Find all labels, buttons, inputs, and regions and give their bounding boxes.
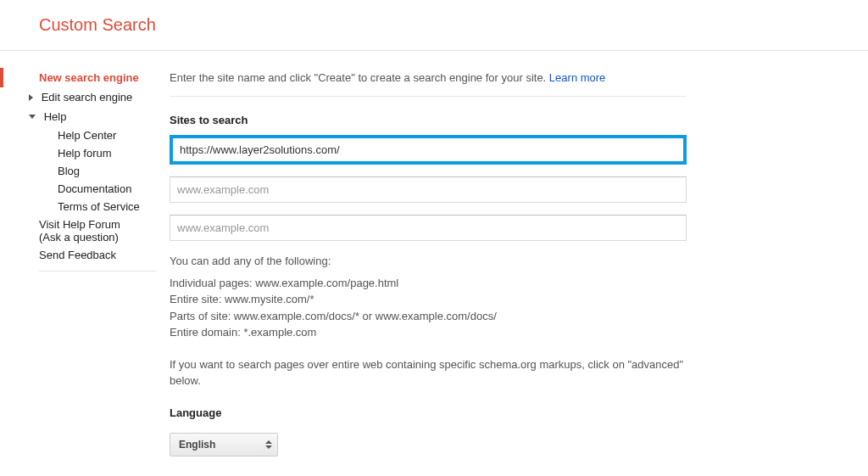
example-value: : www.example.com/page.html (249, 277, 398, 289)
sidebar-link-feedback[interactable]: Send Feedback (0, 246, 170, 264)
intro-text-content: Enter the site name and click "Create" t… (170, 71, 549, 84)
main-content: Enter the site name and click "Create" t… (170, 51, 712, 476)
sidebar-divider (39, 271, 157, 272)
language-select-wrap: English (170, 433, 278, 456)
example-value: : *.example.com (237, 326, 316, 339)
sidebar: New search engine Edit search engine Hel… (0, 51, 170, 476)
app-title: Custom Search (39, 15, 868, 35)
example-label: Individual pages (170, 277, 249, 289)
sidebar-item-edit-search[interactable]: Edit search engine (0, 87, 170, 107)
sidebar-item-label: Help (44, 110, 67, 123)
example-domain: Entire domain: *.example.com (170, 324, 687, 341)
example-parts: Parts of site: www.example.com/docs/* or… (170, 308, 687, 325)
help-examples: Individual pages: www.example.com/page.h… (170, 275, 687, 341)
add-following-text: You can add any of the following: (170, 253, 687, 270)
learn-more-link[interactable]: Learn more (549, 71, 605, 84)
site-input-3[interactable] (170, 215, 687, 241)
example-label: Parts of site (170, 310, 228, 322)
site-input-2[interactable] (170, 176, 687, 203)
example-label: Entire domain (170, 326, 237, 339)
site-input-row-1 (170, 135, 687, 165)
sidebar-item-documentation[interactable]: Documentation (58, 180, 170, 198)
visit-forum-line2: (Ask a question) (39, 231, 119, 244)
sites-to-search-label: Sites to search (170, 114, 687, 126)
sidebar-item-tos[interactable]: Terms of Service (58, 198, 170, 216)
example-entire-site: Entire site: www.mysite.com/* (170, 291, 687, 308)
sidebar-item-label: Edit search engine (42, 91, 133, 104)
example-value: : www.example.com/docs/* or www.example.… (228, 310, 497, 322)
help-subnav: Help Center Help forum Blog Documentatio… (0, 126, 170, 216)
caret-down-icon (29, 115, 36, 119)
content-container: New search engine Edit search engine Hel… (0, 51, 868, 476)
caret-right-icon (29, 94, 33, 101)
sidebar-item-label: New search engine (39, 71, 139, 84)
example-value: : www.mysite.com/* (219, 293, 314, 305)
help-block: You can add any of the following: Indivi… (170, 253, 687, 341)
visit-forum-line1: Visit Help Forum (39, 218, 120, 231)
sidebar-item-help-forum[interactable]: Help forum (58, 144, 170, 162)
schema-note: If you want to search pages over entire … (170, 356, 687, 389)
sidebar-item-help-center[interactable]: Help Center (58, 126, 170, 144)
sidebar-link-visit-forum[interactable]: Visit Help Forum (Ask a question) (0, 216, 170, 246)
sidebar-item-new-search[interactable]: New search engine (0, 68, 170, 87)
language-select[interactable]: English (170, 434, 277, 456)
example-individual: Individual pages: www.example.com/page.h… (170, 275, 687, 292)
sidebar-item-help[interactable]: Help (0, 107, 170, 126)
intro-text: Enter the site name and click "Create" t… (170, 71, 687, 97)
site-input-row-2 (170, 176, 687, 203)
sidebar-item-blog[interactable]: Blog (58, 162, 170, 180)
example-label: Entire site (170, 293, 219, 305)
site-input-1[interactable] (173, 138, 683, 161)
site-input-row-3 (170, 215, 687, 241)
language-label: Language (170, 406, 687, 419)
page-header: Custom Search (0, 0, 868, 51)
